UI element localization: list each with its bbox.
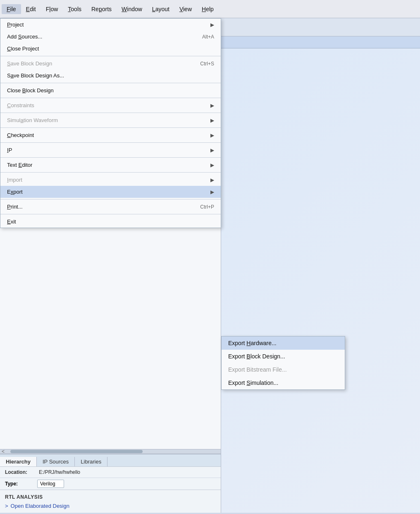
arrow-icon-import: ▶	[210, 177, 214, 183]
menu-item-exit[interactable]: Exit	[0, 216, 221, 228]
shortcut-add-sources: Alt+A	[202, 34, 214, 40]
scroll-thumb[interactable]	[10, 450, 143, 453]
shortcut-save: Ctrl+S	[200, 61, 214, 67]
menubar-tools[interactable]: Tools	[63, 4, 86, 14]
separator-5	[0, 127, 221, 128]
menu-item-project[interactable]: Project ▶	[0, 19, 221, 31]
menubar-edit[interactable]: Edit	[21, 4, 41, 14]
separator-4	[0, 113, 221, 113]
arrow-icon-text-editor: ▶	[210, 162, 214, 168]
arrow-icon-sim: ▶	[210, 118, 214, 123]
separator-1	[0, 56, 221, 56]
arrow-icon-constraints: ▶	[210, 103, 214, 108]
separator-6	[0, 142, 221, 143]
menubar-reports[interactable]: Reports	[86, 4, 117, 14]
export-submenu: Export Hardware... Export Block Design..…	[221, 336, 345, 390]
location-bar: Location: E:/PRJ/hw/hwhello	[0, 466, 221, 478]
canvas-background	[221, 48, 420, 513]
menu-item-close-project[interactable]: Close Project	[0, 43, 221, 55]
tab-libraries[interactable]: Libraries	[75, 457, 107, 466]
separator-3	[0, 98, 221, 98]
tab-hierarchy[interactable]: Hierarchy	[0, 457, 37, 466]
bottom-tabs: Hierarchy IP Sources Libraries	[0, 454, 221, 466]
separator-8	[0, 172, 221, 173]
menubar-help[interactable]: Help	[197, 4, 219, 14]
menu-item-export[interactable]: Export ▶	[0, 186, 221, 198]
arrow-icon-checkpoint: ▶	[210, 132, 214, 138]
menu-item-import: Import ▶	[0, 174, 221, 186]
menubar-view[interactable]: View	[174, 4, 197, 14]
tab-ip-sources[interactable]: IP Sources	[37, 457, 75, 466]
menubar-flow[interactable]: Flow	[41, 4, 63, 14]
menu-item-save-block-design: Save Block Design Ctrl+S	[0, 58, 221, 70]
menu-item-simulation-waveform: Simulation Waveform ▶	[0, 114, 221, 126]
flow-item-arrow: >	[5, 503, 8, 509]
menu-item-checkpoint[interactable]: Checkpoint ▶	[0, 129, 221, 141]
menu-item-close-block-design[interactable]: Close Block Design	[0, 84, 221, 96]
menu-item-export-bitstream: Export Bitstream File...	[222, 363, 345, 376]
menu-item-export-block-design[interactable]: Export Block Design...	[222, 350, 345, 363]
type-row: Type: Verilog	[0, 478, 221, 490]
flow-item-open-elaborated[interactable]: > Open Elaborated Design	[5, 502, 216, 510]
arrow-icon-export: ▶	[210, 189, 214, 195]
separator-10	[0, 214, 221, 214]
separator-9	[0, 199, 221, 199]
horizontal-scrollbar[interactable]: <	[0, 449, 221, 454]
menu-item-ip[interactable]: IP ▶	[0, 144, 221, 156]
menu-item-text-editor[interactable]: Text Editor ▶	[0, 159, 221, 171]
menubar-file[interactable]: File	[2, 4, 21, 14]
scroll-left-arrow[interactable]: <	[0, 449, 6, 454]
menu-item-export-simulation[interactable]: Export Simulation...	[222, 376, 345, 389]
menu-item-add-sources[interactable]: Add Sources... Alt+A	[0, 31, 221, 43]
menu-item-constraints: Constraints ▶	[0, 99, 221, 111]
type-dropdown[interactable]: Verilog	[37, 480, 64, 488]
separator-2	[0, 83, 221, 83]
file-menu: Project ▶ Add Sources... Alt+A Close Pro…	[0, 18, 221, 228]
flow-heading: RTL ANALYSIS	[5, 492, 216, 502]
menubar-window[interactable]: Window	[117, 4, 147, 14]
menu-item-export-hardware[interactable]: Export Hardware...	[222, 336, 345, 350]
menubar: File Edit Flow Tools Reports Window Layo…	[0, 0, 420, 18]
arrow-icon: ▶	[210, 22, 214, 28]
menu-item-save-block-design-as[interactable]: Save Block Design As...	[0, 70, 221, 82]
right-panel	[221, 48, 420, 513]
menu-item-print[interactable]: Print... Ctrl+P	[0, 201, 221, 213]
menubar-layout[interactable]: Layout	[147, 4, 174, 14]
arrow-icon-ip: ▶	[210, 147, 214, 153]
separator-7	[0, 157, 221, 158]
shortcut-print: Ctrl+P	[200, 204, 214, 210]
flow-section: RTL ANALYSIS > Open Elaborated Design	[0, 490, 221, 513]
